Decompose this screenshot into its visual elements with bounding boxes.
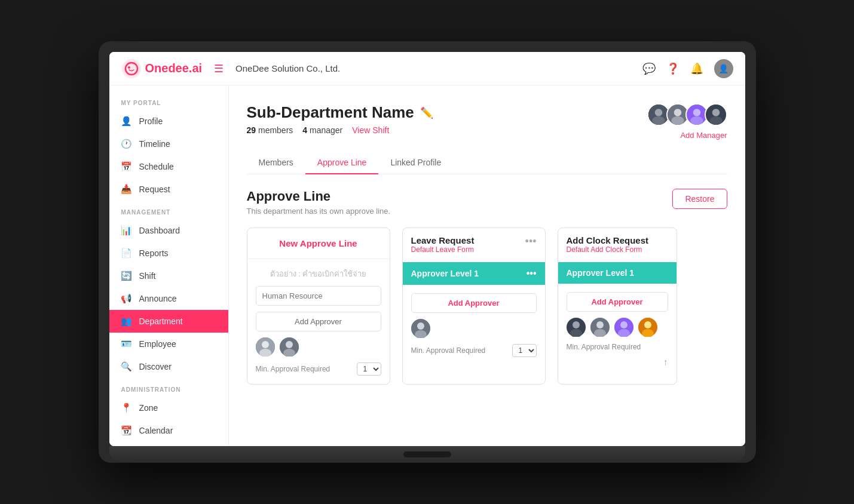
- sidebar-item-timeline[interactable]: 🕐 Timeline: [109, 133, 228, 155]
- managers-area: Add Manager: [647, 103, 727, 140]
- svg-point-34: [644, 321, 651, 328]
- leave-card-menu-icon[interactable]: •••: [525, 235, 537, 248]
- clock-title-text-area: Add Clock Request Default Add Clock Form: [567, 235, 649, 254]
- sidebar-label-discover: Discover: [139, 362, 172, 371]
- clock-approver-avatars: [567, 318, 668, 337]
- clock-approver-avatar-2: [590, 318, 610, 337]
- dept-title: Sub-Department Name ✏️: [247, 103, 433, 122]
- edit-dept-icon[interactable]: ✏️: [420, 106, 433, 119]
- add-manager-button[interactable]: Add Manager: [680, 131, 727, 140]
- new-approve-body: ตัวอย่าง : คำขอเบิกค่าใช้จ่าย Add Approv…: [247, 259, 390, 384]
- zone-icon: 📍: [121, 402, 132, 413]
- content-area: Sub-Department Name ✏️ 29 members 4 mana…: [229, 85, 745, 446]
- calendar-icon: 📆: [121, 425, 132, 436]
- clock-card-title-area: Add Clock Request Default Add Clock Form: [558, 228, 677, 262]
- management-label: MANAGEMENT: [109, 201, 228, 219]
- sidebar-item-profile[interactable]: 👤 Profile: [109, 110, 228, 133]
- min-approval-label-clock: Min. Approval Required: [567, 343, 641, 351]
- leave-subtitle[interactable]: Default Leave Form: [411, 245, 475, 254]
- my-portal-label: MY PORTAL: [109, 91, 228, 110]
- company-name: OneDee Solution Co., Ltd.: [235, 63, 340, 73]
- help-icon[interactable]: ❓: [666, 62, 679, 75]
- leave-card-title-area: Leave Request Default Leave Form •••: [403, 228, 545, 262]
- sidebar-label-department: Department: [139, 316, 183, 326]
- svg-point-25: [573, 321, 580, 328]
- add-approver-button-new[interactable]: Add Approver: [256, 312, 381, 331]
- clock-approver-level-label: Approver Level 1: [567, 268, 635, 278]
- placeholder-text: ตัวอย่าง : คำขอเบิกค่าใช้จ่าย: [256, 268, 381, 280]
- sidebar-item-request[interactable]: 📥 Request: [109, 178, 228, 201]
- leave-approver-avatar-1: [411, 319, 430, 338]
- leave-title-row: Leave Request Default Leave Form •••: [411, 235, 537, 254]
- sidebar-label-request: Request: [139, 185, 170, 194]
- chat-icon[interactable]: 💬: [642, 62, 656, 75]
- timeline-icon: 🕐: [121, 139, 132, 149]
- manager-avatars: [647, 103, 727, 126]
- svg-point-19: [286, 341, 293, 348]
- profile-icon: 👤: [121, 116, 132, 127]
- human-resource-input[interactable]: [256, 286, 381, 306]
- min-approval-select-leave[interactable]: 123: [512, 344, 537, 357]
- sidebar-item-calendar[interactable]: 📆 Calendar: [109, 419, 228, 442]
- logo-text: Onedee.ai: [145, 62, 203, 75]
- sidebar-item-schedule[interactable]: 📅 Schedule: [109, 155, 228, 178]
- sidebar-item-department[interactable]: 👥 Department: [109, 310, 228, 333]
- sidebar-item-zone[interactable]: 📍 Zone: [109, 397, 228, 419]
- dashboard-icon: 📊: [121, 225, 132, 236]
- clock-subtitle[interactable]: Default Add Clock Form: [567, 245, 649, 254]
- min-approval-select-new[interactable]: 123: [357, 362, 381, 376]
- approver-avatar-1: [256, 337, 275, 357]
- manager-avatar-4: [705, 103, 727, 126]
- tab-approve-line[interactable]: Approve Line: [305, 152, 379, 174]
- logo-area: Onedee.ai: [121, 59, 203, 79]
- sidebar-label-schedule: Schedule: [139, 162, 174, 171]
- members-count: 29 members: [247, 125, 293, 135]
- request-icon: 📥: [121, 184, 132, 195]
- sidebar-item-announce[interactable]: 📢 Announce: [109, 287, 228, 310]
- new-approve-line-button[interactable]: New Approve Line: [279, 238, 357, 248]
- sidebar-item-shift[interactable]: 🔄 Shift: [109, 265, 228, 287]
- restore-button[interactable]: Restore: [672, 189, 727, 209]
- tab-members[interactable]: Members: [247, 152, 305, 174]
- min-approval-label-new: Min. Approval Required: [256, 365, 330, 373]
- reports-icon: 📄: [121, 248, 132, 259]
- min-approval-row-leave: Min. Approval Required 123: [411, 344, 537, 357]
- section-title: Approve Line: [247, 189, 391, 204]
- leave-level-dots[interactable]: •••: [527, 268, 537, 279]
- announce-icon: 📢: [121, 293, 132, 304]
- svg-point-11: [690, 116, 703, 125]
- new-approve-header: New Approve Line: [247, 228, 390, 259]
- administration-label: ADMINISTRATION: [109, 378, 228, 397]
- view-shift-link[interactable]: View Shift: [352, 125, 389, 135]
- bell-icon[interactable]: 🔔: [690, 62, 703, 75]
- svg-point-4: [654, 109, 662, 116]
- tabs: Members Approve Line Linked Profile: [247, 152, 727, 174]
- sidebar-label-employee: Employee: [139, 339, 176, 349]
- section-title-area: Approve Line This department has its own…: [247, 189, 391, 216]
- svg-point-31: [620, 321, 628, 328]
- page-header: Sub-Department Name ✏️ 29 members 4 mana…: [247, 103, 727, 140]
- tab-linked-profile[interactable]: Linked Profile: [378, 152, 453, 174]
- sidebar-label-dashboard: Dashboard: [139, 226, 180, 235]
- approve-line-header: Approve Line This department has its own…: [247, 189, 727, 216]
- leave-approver-level-header: Approver Level 1 •••: [403, 262, 545, 285]
- sidebar-item-dashboard[interactable]: 📊 Dashboard: [109, 219, 228, 242]
- main-layout: MY PORTAL 👤 Profile 🕐 Timeline 📅 Schedul…: [109, 85, 745, 446]
- leave-approver-avatars: [411, 319, 537, 338]
- svg-point-14: [709, 116, 722, 125]
- hamburger-icon[interactable]: ☰: [214, 62, 224, 75]
- scroll-up-icon[interactable]: ↑: [663, 357, 668, 368]
- department-icon: 👥: [121, 316, 132, 327]
- clock-approver-avatar-1: [567, 318, 586, 337]
- topbar-right: 💬 ❓ 🔔 👤: [642, 59, 733, 78]
- employee-icon: 🪪: [121, 339, 132, 349]
- add-approver-button-clock[interactable]: Add Approver: [567, 292, 668, 312]
- sidebar-item-reports[interactable]: 📄 Reports: [109, 242, 228, 265]
- sidebar-item-discover[interactable]: 🔍 Discover: [109, 355, 228, 378]
- user-avatar[interactable]: 👤: [714, 59, 733, 78]
- sidebar-label-zone: Zone: [139, 403, 158, 413]
- svg-point-22: [417, 322, 424, 330]
- sidebar-label-timeline: Timeline: [139, 139, 170, 149]
- sidebar-item-employee[interactable]: 🪪 Employee: [109, 333, 228, 355]
- add-approver-button-leave[interactable]: Add Approver: [411, 293, 537, 313]
